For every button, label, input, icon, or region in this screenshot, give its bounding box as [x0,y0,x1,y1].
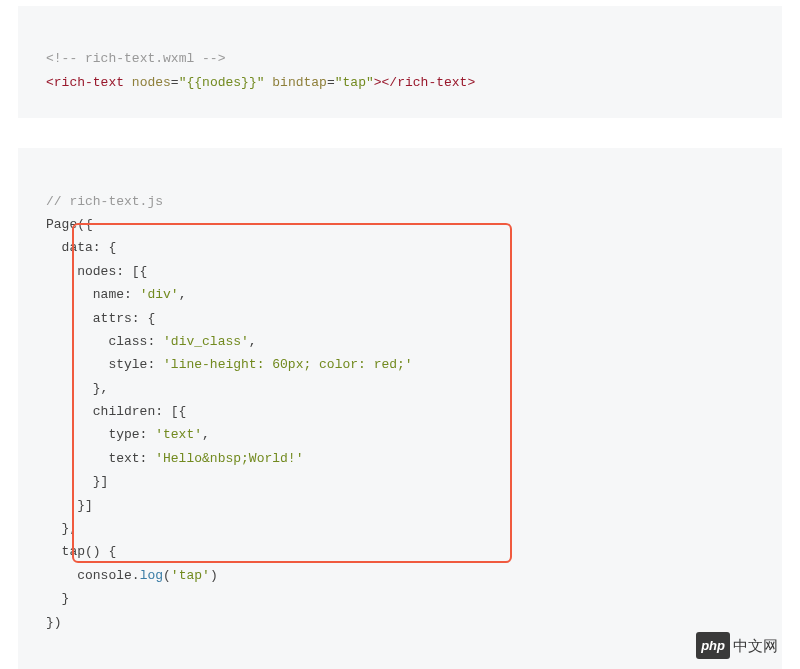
l17-open: ( [163,568,171,583]
l13: }] [46,474,108,489]
l10: children: [{ [46,404,186,419]
eq1: = [171,75,179,90]
l6: attrs: { [46,311,155,326]
l15: }, [46,521,77,536]
l17-dot: . [132,568,140,583]
code-block-wxml: <!-- rich-text.wxml --> <rich-text nodes… [18,6,782,118]
l8-val: 'line-height: 60px; color: red;' [163,357,413,372]
watermark-logo: php [696,632,730,659]
l9: }, [46,381,108,396]
l11-end: , [202,427,210,442]
tag-name: rich-text [54,75,124,90]
watermark-text: 中文网 [733,632,778,659]
l8-key: style: [46,357,163,372]
l18: } [46,591,69,606]
l12-val: 'Hello&nbsp;World!' [155,451,303,466]
l19: }) [46,615,62,630]
l7-end: , [249,334,257,349]
l17-close: ) [210,568,218,583]
l2: Page({ [46,217,93,232]
attr-bindtap: bindtap [272,75,327,90]
attr-nodes: nodes [132,75,171,90]
js-comment: // rich-text.js [46,194,163,209]
tag-close3: > [467,75,475,90]
l5-end: , [179,287,187,302]
tag-close1: > [374,75,382,90]
watermark: php 中文网 [696,632,778,659]
l4: nodes: [{ [46,264,147,279]
tag-open: < [46,75,54,90]
l7-key: class: [46,334,163,349]
l3: data: { [46,240,116,255]
l16: tap() { [46,544,116,559]
l14: }] [46,498,93,513]
code-block-js: // rich-text.js Page({ data: { nodes: [{… [18,148,782,669]
comment-close: --> [202,51,225,66]
l11-key: type: [46,427,155,442]
l17-obj: console [46,568,132,583]
comment-text: rich-text.wxml [77,51,202,66]
tag-close-name: rich-text [397,75,467,90]
l11-val: 'text' [155,427,202,442]
l12-key: text: [46,451,155,466]
l5-key: name: [46,287,140,302]
attr-nodes-val: "{{nodes}}" [179,75,265,90]
l17-arg: 'tap' [171,568,210,583]
l17-fn: log [140,568,163,583]
comment-open: <!-- [46,51,77,66]
attr-bindtap-val: "tap" [335,75,374,90]
l7-val: 'div_class' [163,334,249,349]
l5-val: 'div' [140,287,179,302]
eq2: = [327,75,335,90]
tag-close2: </ [382,75,398,90]
